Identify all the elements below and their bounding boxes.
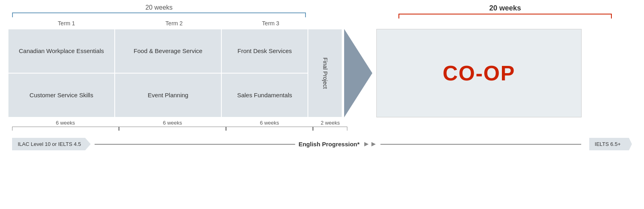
term1-column: Canadian Workplace Essentials Customer S… bbox=[8, 29, 115, 117]
red-bracket: 20 weeks bbox=[398, 4, 612, 18]
week-label-3: 6 weeks bbox=[260, 120, 279, 126]
course-sales: Sales Fundamentals bbox=[221, 73, 308, 117]
blue-bracket-line bbox=[12, 12, 306, 17]
blue-bracket: 20 weeks bbox=[12, 4, 306, 17]
week-seg1: 6 weeks bbox=[12, 120, 119, 131]
week-line-2 bbox=[119, 127, 226, 131]
course-canadian-workplace: Canadian Workplace Essentials bbox=[8, 29, 115, 73]
arrow-container bbox=[342, 29, 374, 117]
arrow-icon bbox=[344, 29, 372, 117]
final-project-label: Final Project bbox=[322, 57, 328, 89]
term2-column: Food & Beverage Service Event Planning bbox=[115, 29, 221, 117]
prog-main-label: English Progression* ►► bbox=[295, 140, 381, 148]
term3-column: Front Desk Services Sales Fundamentals bbox=[221, 29, 308, 117]
week-label-1: 6 weeks bbox=[56, 120, 75, 126]
course-event-planning: Event Planning bbox=[115, 73, 221, 117]
term3-label: Term 3 bbox=[227, 20, 314, 27]
prog-end-label: IELTS 6.5+ bbox=[589, 138, 632, 150]
course-food-beverage: Food & Beverage Service bbox=[115, 29, 221, 73]
final-project-cell: Final Project bbox=[308, 29, 342, 117]
week-seg3: 6 weeks bbox=[226, 120, 313, 131]
week-line-3 bbox=[226, 127, 313, 131]
term2-label: Term 2 bbox=[121, 20, 227, 27]
course-customer-service: Customer Service Skills bbox=[8, 73, 115, 117]
week-label-4: 2 weeks bbox=[321, 120, 340, 126]
grid-and-coop: Canadian Workplace Essentials Customer S… bbox=[8, 29, 636, 117]
red-bracket-line bbox=[398, 14, 612, 18]
red-bracket-label: 20 weeks bbox=[489, 4, 521, 12]
week-line-1 bbox=[12, 127, 119, 131]
course-grid: Canadian Workplace Essentials Customer S… bbox=[8, 29, 342, 117]
blue-bracket-label: 20 weeks bbox=[145, 4, 173, 11]
week-label-2: 6 weeks bbox=[163, 120, 182, 126]
term1-label: Term 1 bbox=[12, 20, 121, 27]
coop-label: CO-OP bbox=[443, 61, 515, 85]
terms-row: Term 1 Term 2 Term 3 bbox=[12, 20, 314, 27]
course-front-desk: Front Desk Services bbox=[221, 29, 308, 73]
week-seg4: 2 weeks bbox=[313, 120, 347, 131]
brackets-row: 20 weeks 20 weeks bbox=[8, 4, 636, 18]
progression-row: ILAC Level 10 or IELTS 4.5 English Progr… bbox=[12, 138, 632, 150]
coop-box: CO-OP bbox=[376, 29, 582, 117]
week-line-4 bbox=[313, 127, 347, 131]
prog-start-label: ILAC Level 10 or IELTS 4.5 bbox=[12, 138, 91, 150]
week-seg2: 6 weeks bbox=[119, 120, 226, 131]
main-container: 20 weeks 20 weeks Term 1 Term 2 Term 3 C… bbox=[8, 0, 636, 150]
prog-line-container: English Progression* ►► bbox=[95, 144, 581, 145]
chevron-icon: ►► bbox=[363, 140, 378, 148]
weeks-row: 6 weeks 6 weeks 6 weeks 2 weeks bbox=[12, 120, 306, 131]
